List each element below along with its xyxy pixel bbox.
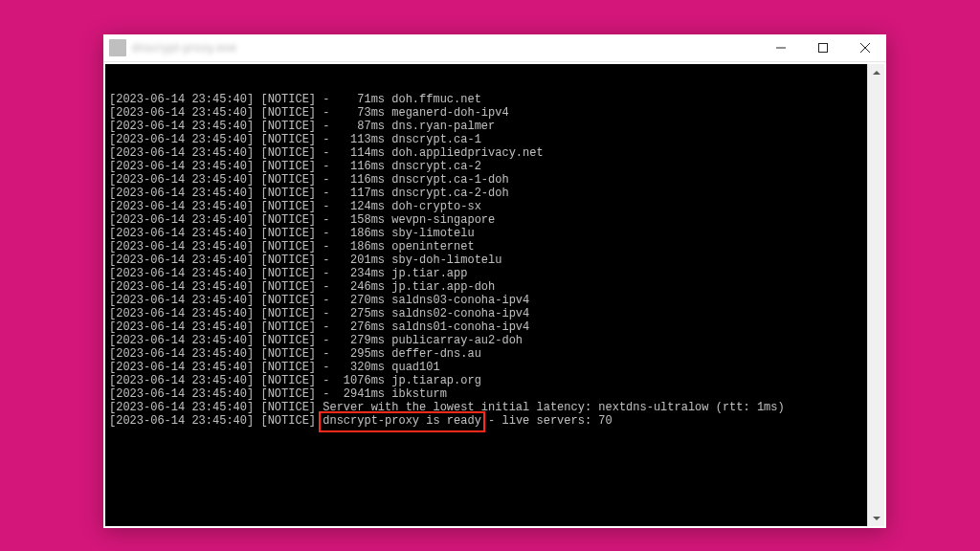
- console-window: dnscrypt-proxy.exe [2023-06-14 23:45:40]…: [103, 34, 886, 528]
- log-line: [2023-06-14 23:45:40] [NOTICE] - 113ms d…: [109, 133, 867, 146]
- window-controls: [760, 34, 886, 61]
- log-line: [2023-06-14 23:45:40] [NOTICE] - 201ms s…: [109, 253, 867, 267]
- log-line: [2023-06-14 23:45:40] [NOTICE] - 158ms w…: [109, 213, 867, 227]
- log-line: [2023-06-14 23:45:40] [NOTICE] - 295ms d…: [109, 347, 867, 361]
- log-line: [2023-06-14 23:45:40] [NOTICE] - 270ms s…: [109, 294, 867, 307]
- log-line: [2023-06-14 23:45:40] [NOTICE] - 186ms o…: [109, 240, 867, 253]
- log-line: [2023-06-14 23:45:40] [NOTICE] - 320ms q…: [109, 361, 867, 374]
- ready-text: dnscrypt-proxy is ready: [323, 414, 481, 428]
- log-line: [2023-06-14 23:45:40] [NOTICE] - 2941ms …: [109, 387, 867, 401]
- app-icon: [109, 39, 126, 56]
- log-line: [2023-06-14 23:45:40] [NOTICE] - 114ms d…: [109, 146, 867, 160]
- maximize-icon: [818, 43, 828, 53]
- close-icon: [860, 43, 870, 53]
- log-line: [2023-06-14 23:45:40] [NOTICE] - 87ms dn…: [109, 120, 867, 133]
- log-line: [2023-06-14 23:45:40] [NOTICE] - 73ms me…: [109, 106, 867, 120]
- log-line: [2023-06-14 23:45:40] [NOTICE] - 276ms s…: [109, 320, 867, 334]
- chevron-up-icon: [873, 69, 880, 77]
- minimize-button[interactable]: [760, 34, 802, 61]
- log-line: [2023-06-14 23:45:40] [NOTICE] - 71ms do…: [109, 93, 867, 106]
- close-button[interactable]: [844, 34, 886, 61]
- scroll-up-button[interactable]: [868, 64, 884, 80]
- log-line: [2023-06-14 23:45:40] [NOTICE] - 116ms d…: [109, 173, 867, 187]
- log-summary-ready: [2023-06-14 23:45:40] [NOTICE] dnscrypt-…: [109, 414, 867, 428]
- log-line: [2023-06-14 23:45:40] [NOTICE] - 186ms s…: [109, 227, 867, 240]
- log-line: [2023-06-14 23:45:40] [NOTICE] - 279ms p…: [109, 334, 867, 347]
- chevron-down-icon: [873, 515, 880, 522]
- scroll-track[interactable]: [868, 80, 884, 510]
- log-line: [2023-06-14 23:45:40] [NOTICE] - 246ms j…: [109, 280, 867, 294]
- console-output[interactable]: [2023-06-14 23:45:40] [NOTICE] - 71ms do…: [105, 64, 867, 526]
- log-line: [2023-06-14 23:45:40] [NOTICE] - 275ms s…: [109, 307, 867, 320]
- window-title: dnscrypt-proxy.exe: [132, 41, 760, 55]
- svg-rect-0: [819, 44, 828, 53]
- log-line: [2023-06-14 23:45:40] [NOTICE] - 1076ms …: [109, 374, 867, 387]
- titlebar[interactable]: dnscrypt-proxy.exe: [103, 34, 886, 62]
- maximize-button[interactable]: [802, 34, 844, 61]
- log-line: [2023-06-14 23:45:40] [NOTICE] - 234ms j…: [109, 267, 867, 280]
- scroll-down-button[interactable]: [868, 510, 884, 526]
- log-line: [2023-06-14 23:45:40] [NOTICE] - 117ms d…: [109, 187, 867, 200]
- minimize-icon: [776, 43, 786, 53]
- log-line: [2023-06-14 23:45:40] [NOTICE] - 116ms d…: [109, 160, 867, 173]
- log-line: [2023-06-14 23:45:40] [NOTICE] - 124ms d…: [109, 200, 867, 213]
- vertical-scrollbar[interactable]: [867, 64, 884, 526]
- console-client-area: [2023-06-14 23:45:40] [NOTICE] - 71ms do…: [103, 62, 886, 528]
- log-summary-lowest: [2023-06-14 23:45:40] [NOTICE] Server wi…: [109, 401, 867, 414]
